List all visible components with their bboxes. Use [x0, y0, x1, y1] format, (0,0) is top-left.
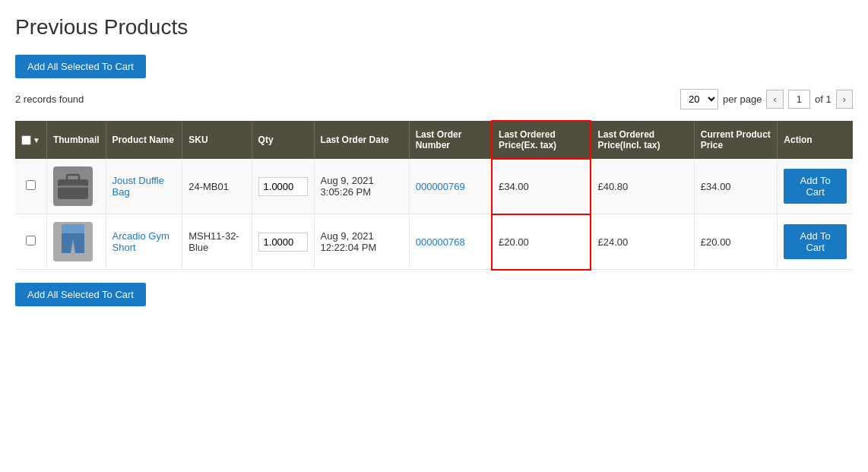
row-checkbox[interactable] [26, 180, 36, 190]
row-last-ordered-price-incl-cell: £40.80 [591, 159, 694, 214]
row-checkbox-cell [15, 159, 46, 214]
row-product-name-cell: Arcadio Gym Short [106, 214, 182, 270]
header-current-product-price: Current Product Price [694, 121, 777, 159]
row-last-ordered-price-incl-cell: £24.00 [591, 214, 694, 270]
header-last-ordered-price-ex: Last Ordered Price(Ex. tax) [492, 121, 591, 159]
records-count: 2 records found [15, 93, 84, 105]
select-all-dropdown[interactable]: ▼ [33, 136, 40, 144]
current-page: 1 [788, 90, 810, 109]
table-row: Joust Duffle Bag24-MB01Aug 9, 2021 3:05:… [15, 159, 853, 214]
add-to-cart-button[interactable]: Add To Cart [784, 169, 847, 204]
row-current-product-price-cell: £34.00 [694, 159, 777, 214]
table-row: Arcadio Gym ShortMSH11-32-BlueAug 9, 202… [15, 214, 853, 270]
row-last-ordered-price-ex-cell: £34.00 [492, 159, 591, 214]
header-last-ordered-price-incl: Last Ordered Price(Incl. tax) [591, 121, 694, 159]
row-sku-cell: MSH11-32-Blue [182, 214, 252, 270]
product-thumbnail-bag [53, 166, 93, 206]
row-thumbnail-cell [46, 214, 106, 270]
product-name-link[interactable]: Joust Duffle Bag [112, 175, 164, 198]
pagination-controls: 20 30 50 per page ‹ 1 of 1 › [680, 89, 853, 109]
row-product-name-cell: Joust Duffle Bag [106, 159, 182, 214]
header-qty: Qty [252, 121, 314, 159]
svg-rect-0 [58, 179, 88, 199]
products-table: ▼ Thumbnail Product Name SKU Qty Last Or… [15, 120, 853, 271]
row-last-order-date-cell: Aug 9, 2021 3:05:26 PM [314, 159, 409, 214]
header-product-name: Product Name [106, 121, 182, 159]
add-all-bottom-button[interactable]: Add All Selected To Cart [15, 283, 146, 306]
row-last-order-number-cell: 000000769 [409, 159, 492, 214]
header-checkbox-col: ▼ [15, 121, 46, 159]
order-number-link[interactable]: 000000769 [416, 181, 465, 192]
row-last-ordered-price-ex-cell: £20.00 [492, 214, 591, 270]
svg-rect-2 [58, 185, 88, 188]
product-thumbnail-shorts [53, 222, 93, 261]
qty-input[interactable] [258, 233, 308, 252]
header-last-order-date: Last Order Date [314, 121, 409, 159]
header-action: Action [778, 121, 853, 159]
row-last-order-number-cell: 000000768 [409, 214, 492, 270]
row-thumbnail-cell [46, 159, 106, 214]
row-sku-cell: 24-MB01 [182, 159, 252, 214]
svg-rect-3 [62, 224, 84, 233]
order-number-link[interactable]: 000000768 [416, 236, 465, 248]
product-name-link[interactable]: Arcadio Gym Short [112, 230, 169, 253]
qty-input[interactable] [258, 177, 308, 196]
prev-page-button[interactable]: ‹ [766, 90, 783, 109]
header-sku: SKU [182, 121, 252, 159]
page-title: Previous Products [15, 15, 853, 40]
add-all-top-button[interactable]: Add All Selected To Cart [15, 55, 146, 78]
header-thumbnail: Thumbnail [46, 121, 106, 159]
add-to-cart-button[interactable]: Add To Cart [784, 224, 847, 259]
page-of-label: of 1 [815, 93, 832, 105]
header-last-order-number: Last Order Number [409, 121, 492, 159]
row-qty-cell [252, 214, 314, 270]
row-action-cell: Add To Cart [778, 159, 853, 214]
row-current-product-price-cell: £20.00 [694, 214, 777, 270]
row-checkbox[interactable] [26, 236, 36, 246]
svg-rect-1 [67, 175, 79, 181]
per-page-label: per page [723, 93, 762, 105]
row-qty-cell [252, 159, 314, 214]
next-page-button[interactable]: › [836, 90, 853, 109]
select-all-checkbox[interactable] [21, 135, 31, 145]
row-last-order-date-cell: Aug 9, 2021 12:22:04 PM [314, 214, 409, 270]
row-action-cell: Add To Cart [778, 214, 853, 270]
row-checkbox-cell [15, 214, 46, 270]
per-page-select[interactable]: 20 30 50 [680, 89, 718, 109]
